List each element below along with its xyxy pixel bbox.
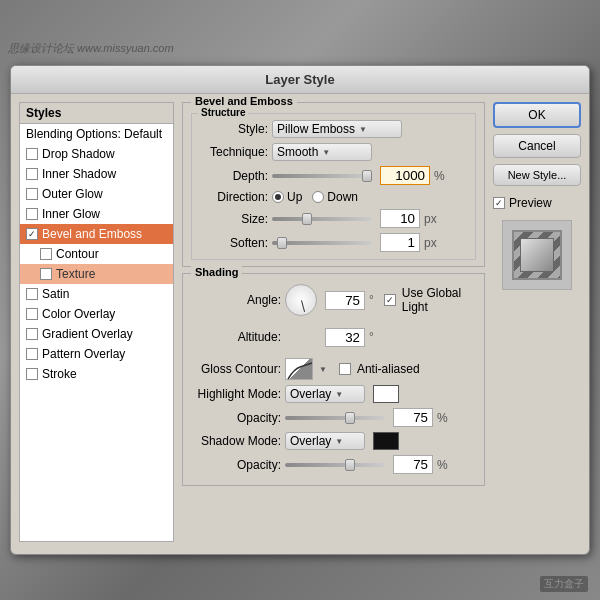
sidebar-item-bevel-emboss[interactable]: ✓ Bevel and Emboss: [20, 224, 173, 244]
color-overlay-checkbox[interactable]: [26, 308, 38, 320]
gloss-contour-row: Gloss Contour: ▼ Anti-aliased: [191, 358, 476, 380]
altitude-unit: °: [369, 330, 374, 344]
inner-glow-label: Inner Glow: [42, 207, 100, 221]
size-row: Size: px: [198, 209, 469, 228]
center-panel: Bevel and Emboss Structure Style: Pillow…: [182, 102, 485, 542]
size-input[interactable]: [380, 209, 420, 228]
preview-label: Preview: [509, 196, 552, 210]
bevel-emboss-checkbox[interactable]: ✓: [26, 228, 38, 240]
angle-unit: °: [369, 293, 374, 307]
highlight-opacity-thumb[interactable]: [345, 412, 355, 424]
direction-down-radio[interactable]: [312, 191, 324, 203]
direction-down-option[interactable]: Down: [312, 190, 358, 204]
pattern-overlay-checkbox[interactable]: [26, 348, 38, 360]
sidebar-item-satin[interactable]: Satin: [20, 284, 173, 304]
inner-shadow-label: Inner Shadow: [42, 167, 116, 181]
depth-unit: %: [434, 169, 445, 183]
preview-box: [502, 220, 572, 290]
highlight-opacity-row: Opacity: %: [191, 408, 476, 427]
technique-label: Technique:: [198, 145, 268, 159]
highlight-mode-row: Highlight Mode: Overlay ▼: [191, 385, 476, 403]
shadow-opacity-thumb[interactable]: [345, 459, 355, 471]
depth-row: Depth: %: [198, 166, 469, 185]
sidebar-item-gradient-overlay[interactable]: Gradient Overlay: [20, 324, 173, 344]
size-thumb[interactable]: [302, 213, 312, 225]
soften-input[interactable]: [380, 233, 420, 252]
bevel-section-title: Bevel and Emboss: [191, 95, 297, 107]
highlight-opacity-input[interactable]: [393, 408, 433, 427]
highlight-opacity-slider[interactable]: [285, 416, 385, 420]
soften-thumb[interactable]: [277, 237, 287, 249]
technique-select[interactable]: Smooth ▼: [272, 143, 372, 161]
satin-checkbox[interactable]: [26, 288, 38, 300]
direction-up-radio[interactable]: [272, 191, 284, 203]
dialog-titlebar: Layer Style: [11, 66, 589, 94]
shadow-color-swatch[interactable]: [373, 432, 399, 450]
preview-checkbox[interactable]: ✓: [493, 197, 505, 209]
gradient-overlay-label: Gradient Overlay: [42, 327, 133, 341]
highlight-color-swatch[interactable]: [373, 385, 399, 403]
soften-label: Soften:: [198, 236, 268, 250]
sidebar-item-blending[interactable]: Blending Options: Default: [20, 124, 173, 144]
shadow-opacity-input[interactable]: [393, 455, 433, 474]
sidebar-item-drop-shadow[interactable]: Drop Shadow: [20, 144, 173, 164]
depth-label: Depth:: [198, 169, 268, 183]
angle-dial[interactable]: [285, 284, 317, 316]
size-label: Size:: [198, 212, 268, 226]
angle-line: [301, 300, 305, 312]
direction-row: Direction: Up Down: [198, 190, 469, 204]
highlight-opacity-label: Opacity:: [191, 411, 281, 425]
dialog-body: Styles Blending Options: Default Drop Sh…: [11, 94, 589, 550]
preview-thumbnail: [512, 230, 562, 280]
size-slider[interactable]: [272, 217, 372, 221]
gradient-overlay-checkbox[interactable]: [26, 328, 38, 340]
new-style-button[interactable]: New Style...: [493, 164, 581, 186]
shadow-mode-select[interactable]: Overlay ▼: [285, 432, 365, 450]
texture-checkbox[interactable]: [40, 268, 52, 280]
sidebar-item-outer-glow[interactable]: Outer Glow: [20, 184, 173, 204]
blending-label: Blending Options: Default: [26, 127, 162, 141]
inner-glow-checkbox[interactable]: [26, 208, 38, 220]
texture-label: Texture: [56, 267, 95, 281]
sidebar-item-inner-shadow[interactable]: Inner Shadow: [20, 164, 173, 184]
contour-arrow-icon[interactable]: ▼: [319, 365, 327, 374]
contour-label: Contour: [56, 247, 99, 261]
styles-header: Styles: [20, 103, 173, 124]
sidebar-item-color-overlay[interactable]: Color Overlay: [20, 304, 173, 324]
style-select[interactable]: Pillow Emboss ▼: [272, 120, 402, 138]
highlight-mode-value: Overlay: [290, 387, 331, 401]
outer-glow-checkbox[interactable]: [26, 188, 38, 200]
satin-label: Satin: [42, 287, 69, 301]
contour-checkbox[interactable]: [40, 248, 52, 260]
inner-shadow-checkbox[interactable]: [26, 168, 38, 180]
depth-slider[interactable]: [272, 174, 372, 178]
shadow-mode-arrow-icon: ▼: [335, 437, 343, 446]
sidebar-item-inner-glow[interactable]: Inner Glow: [20, 204, 173, 224]
altitude-input[interactable]: [325, 328, 365, 347]
anti-alias-checkbox[interactable]: [339, 363, 351, 375]
depth-input[interactable]: [380, 166, 430, 185]
direction-up-option[interactable]: Up: [272, 190, 302, 204]
stroke-checkbox[interactable]: [26, 368, 38, 380]
direction-label: Direction:: [198, 190, 268, 204]
highlight-mode-arrow-icon: ▼: [335, 390, 343, 399]
preview-inner: [520, 238, 554, 272]
drop-shadow-checkbox[interactable]: [26, 148, 38, 160]
shadow-opacity-slider[interactable]: [285, 463, 385, 467]
cancel-button[interactable]: Cancel: [493, 134, 581, 158]
pattern-overlay-label: Pattern Overlay: [42, 347, 125, 361]
sidebar-item-stroke[interactable]: Stroke: [20, 364, 173, 384]
bevel-emboss-section: Bevel and Emboss Structure Style: Pillow…: [182, 102, 485, 267]
sidebar-item-contour[interactable]: Contour: [20, 244, 173, 264]
angle-input[interactable]: [325, 291, 365, 310]
gloss-contour-preview[interactable]: [285, 358, 313, 380]
highlight-mode-select[interactable]: Overlay ▼: [285, 385, 365, 403]
soften-slider[interactable]: [272, 241, 372, 245]
sidebar-item-pattern-overlay[interactable]: Pattern Overlay: [20, 344, 173, 364]
sidebar-item-texture[interactable]: Texture: [20, 264, 173, 284]
anti-alias-label: Anti-aliased: [357, 362, 420, 376]
depth-thumb[interactable]: [362, 170, 372, 182]
style-label: Style:: [198, 122, 268, 136]
global-light-checkbox[interactable]: ✓: [384, 294, 396, 306]
ok-button[interactable]: OK: [493, 102, 581, 128]
